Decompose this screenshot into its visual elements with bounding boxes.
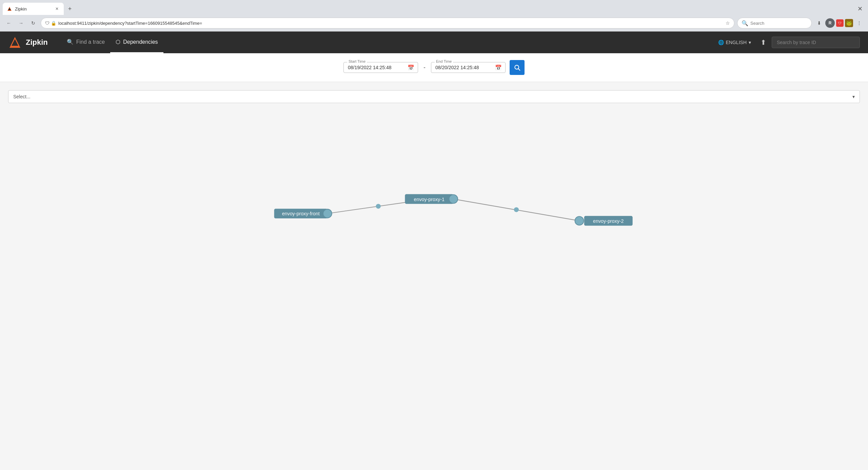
forward-button[interactable]: → <box>16 18 26 28</box>
language-selector[interactable]: 🌐 ENGLISH ▾ <box>714 38 755 47</box>
node-envoy-proxy-1[interactable]: envoy-proxy-1 <box>405 194 458 204</box>
dependencies-nav-icon: ⬡ <box>116 39 120 45</box>
security-extension-button[interactable]: 🛡 <box>836 19 844 27</box>
nav-dependencies-label: Dependencies <box>123 39 158 45</box>
extension-button[interactable]: 🐸 <box>845 19 853 27</box>
tab-title: Zipkin <box>15 6 52 12</box>
start-calendar-icon[interactable]: 📅 <box>408 64 414 71</box>
toolbar: Start Time 08/19/2022 14:25:48 📅 - End T… <box>0 53 868 82</box>
tab-favicon <box>7 6 12 12</box>
content-area: Select... ▾ envoy-proxy-front <box>0 82 868 260</box>
main-content: Start Time 08/19/2022 14:25:48 📅 - End T… <box>0 53 868 469</box>
search-button[interactable] <box>510 60 525 75</box>
app-header: Zipkin 🔍 Find a trace ⬡ Dependencies 🌐 E… <box>0 32 868 53</box>
app-title: Zipkin <box>26 38 48 47</box>
chevron-down-icon: ▾ <box>852 94 855 99</box>
url-bar[interactable]: 🛡 🔒 localhost:9411/zipkin/dependency?sta… <box>41 18 734 28</box>
browser-action-buttons: ⬇ R 🛡 🐸 ⋮ <box>814 18 864 28</box>
chevron-down-icon: ▾ <box>749 40 751 45</box>
nav-find-trace[interactable]: 🔍 Find a trace <box>61 32 110 53</box>
end-calendar-icon[interactable]: 📅 <box>495 64 502 71</box>
shield-icon: 🛡 <box>45 21 50 26</box>
svg-line-5 <box>518 69 520 71</box>
dependency-graph: envoy-proxy-front envoy-proxy-1 envoy-pr… <box>8 117 860 252</box>
lock-icon: 🔒 <box>51 21 56 26</box>
search-icon: 🔍 <box>742 20 748 26</box>
upload-button[interactable]: ⬆ <box>755 36 772 48</box>
node-1-label: envoy-proxy-1 <box>414 197 445 202</box>
window-controls: ✕ <box>855 4 865 14</box>
node-front-circle <box>323 209 332 218</box>
menu-button[interactable]: ⋮ <box>854 18 864 28</box>
download-button[interactable]: ⬇ <box>814 18 824 28</box>
bookmark-icon[interactable]: ☆ <box>726 20 730 26</box>
translate-icon: 🌐 <box>718 40 724 45</box>
time-separator: - <box>422 64 427 71</box>
refresh-button[interactable]: ↻ <box>28 18 38 28</box>
search-nav-icon: 🔍 <box>67 39 74 45</box>
nav-dependencies[interactable]: ⬡ Dependencies <box>110 32 163 53</box>
zipkin-logo-icon <box>8 36 22 49</box>
graph-svg: envoy-proxy-front envoy-proxy-1 envoy-pr… <box>8 117 860 252</box>
node-1-circle <box>449 195 458 203</box>
app-logo: Zipkin <box>8 36 48 49</box>
window-close-button[interactable]: ✕ <box>855 4 865 14</box>
browser-search-bar[interactable]: 🔍 <box>737 18 812 28</box>
node-envoy-proxy-front[interactable]: envoy-proxy-front <box>274 209 332 218</box>
address-bar: ← → ↻ 🛡 🔒 localhost:9411/zipkin/dependen… <box>0 15 868 31</box>
end-time-field[interactable]: End Time 08/20/2022 14:25:48 📅 <box>431 62 506 73</box>
browser-search-input[interactable] <box>750 21 807 26</box>
active-tab[interactable]: Zipkin ✕ <box>3 3 64 15</box>
tab-close-button[interactable]: ✕ <box>54 6 60 12</box>
trace-id-input[interactable] <box>772 37 860 48</box>
start-time-value: 08/19/2022 14:25:48 <box>348 65 391 70</box>
node-2-label: envoy-proxy-2 <box>593 218 624 224</box>
url-security-icons: 🛡 🔒 <box>45 21 56 26</box>
node-2-circle <box>575 216 584 225</box>
edge-midpoint-2 <box>514 207 519 212</box>
tab-bar: Zipkin ✕ + ✕ <box>0 0 868 15</box>
language-label: ENGLISH <box>726 40 747 45</box>
end-time-value: 08/20/2022 14:25:48 <box>435 65 479 70</box>
edge-midpoint-1 <box>376 204 381 209</box>
profile-button[interactable]: R <box>825 18 835 28</box>
search-icon <box>514 64 520 71</box>
new-tab-button[interactable]: + <box>65 4 75 14</box>
start-time-field[interactable]: Start Time 08/19/2022 14:25:48 📅 <box>343 62 418 73</box>
node-front-label: envoy-proxy-front <box>282 211 320 216</box>
back-button[interactable]: ← <box>4 18 14 28</box>
end-time-label: End Time <box>435 59 453 63</box>
select-placeholder: Select... <box>13 94 850 99</box>
browser-chrome: Zipkin ✕ + ✕ ← → ↻ 🛡 🔒 localhost:9411/zi… <box>0 0 868 32</box>
url-text: localhost:9411/zipkin/dependency?startTi… <box>58 21 724 26</box>
start-time-label: Start Time <box>347 59 367 63</box>
node-envoy-proxy-2[interactable]: envoy-proxy-2 <box>575 216 633 226</box>
nav-find-trace-label: Find a trace <box>76 39 105 45</box>
service-select[interactable]: Select... ▾ <box>8 90 860 103</box>
